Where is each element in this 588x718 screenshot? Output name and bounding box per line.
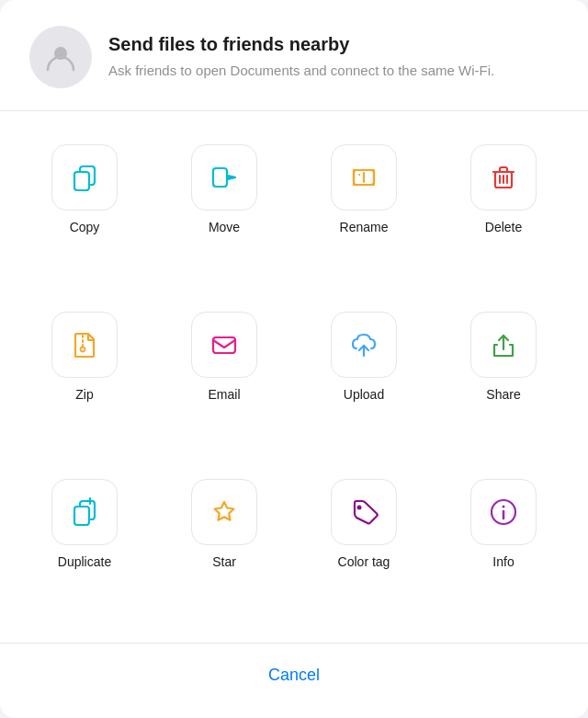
svg-point-15 — [81, 348, 85, 352]
action-info[interactable]: Info — [434, 468, 573, 635]
action-delete[interactable]: Delete — [434, 133, 573, 301]
delete-icon-box — [470, 144, 537, 211]
email-label: Email — [208, 387, 240, 402]
copy-icon-box — [51, 144, 118, 211]
action-move[interactable]: Move — [154, 133, 294, 301]
share-label: Share — [486, 387, 520, 402]
header: Send files to friends nearby Ask friends… — [0, 0, 588, 111]
action-copy[interactable]: Copy — [15, 133, 154, 301]
star-icon-box — [191, 479, 257, 545]
share-icon-box — [470, 312, 537, 378]
email-icon-box — [191, 312, 257, 378]
duplicate-icon-box — [51, 479, 118, 545]
action-email[interactable]: Email — [154, 301, 294, 468]
cancel-button[interactable]: Cancel — [239, 658, 349, 692]
svg-point-22 — [357, 506, 362, 510]
zip-icon-box — [51, 312, 118, 378]
action-duplicate[interactable]: Duplicate — [15, 468, 154, 635]
info-label: Info — [492, 554, 514, 569]
svg-rect-16 — [213, 337, 235, 353]
delete-label: Delete — [485, 220, 522, 234]
action-share[interactable]: Share — [434, 301, 573, 468]
color-tag-icon-box — [331, 479, 397, 545]
header-text: Send files to friends nearby Ask friends… — [108, 34, 559, 80]
cancel-section: Cancel — [0, 643, 588, 718]
move-label: Move — [209, 220, 240, 234]
copy-label: Copy — [70, 220, 100, 234]
svg-rect-2 — [74, 172, 89, 190]
info-icon-box — [470, 479, 537, 545]
upload-label: Upload — [344, 387, 384, 402]
upload-icon-box — [331, 312, 397, 378]
svg-rect-19 — [74, 507, 89, 525]
rename-icon-box — [331, 144, 397, 211]
duplicate-label: Duplicate — [58, 554, 111, 569]
header-subtitle: Ask friends to open Documents and connec… — [108, 61, 559, 80]
action-star[interactable]: Star — [154, 468, 294, 635]
avatar — [29, 26, 92, 88]
action-zip[interactable]: Zip — [15, 301, 154, 468]
action-rename[interactable]: Rename — [294, 133, 434, 301]
action-color-tag[interactable]: Color tag — [294, 468, 434, 635]
rename-label: Rename — [340, 220, 389, 234]
actions-grid: Copy Move — [0, 111, 588, 635]
action-upload[interactable]: Upload — [294, 301, 434, 468]
star-label: Star — [212, 554, 236, 569]
svg-point-25 — [503, 506, 505, 508]
color-tag-label: Color tag — [338, 554, 390, 569]
header-title: Send files to friends nearby — [108, 34, 559, 55]
move-icon-box — [191, 144, 257, 211]
zip-label: Zip — [75, 387, 93, 402]
action-sheet: Send files to friends nearby Ask friends… — [0, 0, 588, 718]
svg-rect-3 — [213, 168, 227, 187]
